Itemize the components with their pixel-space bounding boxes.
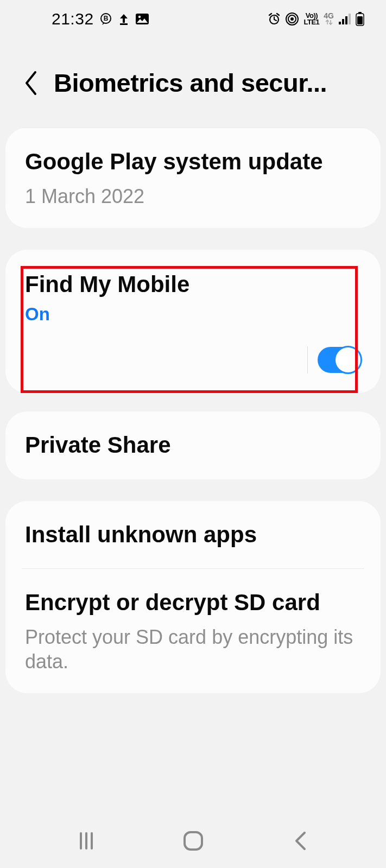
row-install-unknown-apps[interactable]: Install unknown apps	[5, 501, 381, 569]
row-encrypt-sd-card[interactable]: Encrypt or decrypt SD card Protect your …	[22, 568, 364, 693]
nav-home-button[interactable]	[177, 825, 210, 857]
row-subtitle: Protect your SD card by encrypting its d…	[25, 625, 361, 674]
row-private-share[interactable]: Private Share	[5, 411, 381, 479]
svg-rect-9	[339, 22, 341, 24]
chevron-left-icon	[23, 70, 39, 96]
navigation-bar	[0, 814, 386, 868]
recents-icon	[75, 830, 97, 852]
status-bar: 21:32 B Vo)) LTE1 4G	[0, 0, 386, 38]
row-title: Encrypt or decrypt SD card	[25, 588, 361, 617]
nav-recents-button[interactable]	[70, 825, 103, 857]
upload-icon	[118, 12, 130, 26]
volte-indicator: Vo)) LTE1	[303, 12, 319, 25]
svg-rect-12	[349, 14, 351, 24]
hotspot-icon	[285, 12, 299, 26]
page-title: Biometrics and secur...	[54, 68, 327, 98]
nav-back-button[interactable]	[284, 825, 317, 857]
svg-rect-2	[120, 23, 128, 25]
card-find-my-mobile: Find My Mobile On	[5, 250, 381, 394]
svg-point-4	[138, 16, 140, 18]
svg-point-6	[290, 17, 294, 21]
row-subtitle: 1 March 2022	[25, 184, 361, 208]
svg-text:B: B	[103, 15, 108, 22]
svg-rect-19	[185, 832, 202, 850]
battery-icon	[356, 12, 364, 26]
status-right: Vo)) LTE1 4G	[268, 12, 364, 26]
chevron-left-icon	[292, 829, 308, 852]
card-update: Google Play system update 1 March 2022	[5, 128, 381, 228]
back-button[interactable]	[19, 71, 43, 95]
home-icon	[182, 829, 205, 852]
signal-icon	[338, 13, 351, 25]
svg-rect-15	[357, 16, 363, 24]
status-left: 21:32 B	[52, 10, 149, 28]
toggle-row	[5, 335, 381, 393]
divider	[307, 346, 308, 373]
row-title: Install unknown apps	[25, 521, 361, 549]
card-misc: Install unknown apps Encrypt or decrypt …	[5, 501, 381, 693]
gallery-icon	[135, 12, 149, 26]
status-time: 21:32	[52, 10, 94, 28]
row-title: Find My Mobile	[25, 270, 361, 299]
svg-rect-10	[342, 19, 344, 24]
row-title: Google Play system update	[25, 148, 361, 176]
page-header: Biometrics and secur...	[0, 38, 386, 128]
row-find-my-mobile[interactable]: Find My Mobile On	[5, 250, 381, 336]
alarm-icon	[268, 12, 281, 26]
4g-indicator: 4G	[324, 12, 334, 26]
message-b-icon: B	[99, 12, 112, 26]
toggle-knob	[334, 346, 362, 374]
row-status: On	[25, 304, 361, 325]
svg-rect-11	[345, 16, 347, 24]
row-title: Private Share	[25, 431, 361, 460]
card-private-share: Private Share	[5, 411, 381, 479]
row-google-play-update[interactable]: Google Play system update 1 March 2022	[5, 128, 381, 228]
find-my-mobile-toggle[interactable]	[318, 347, 361, 373]
